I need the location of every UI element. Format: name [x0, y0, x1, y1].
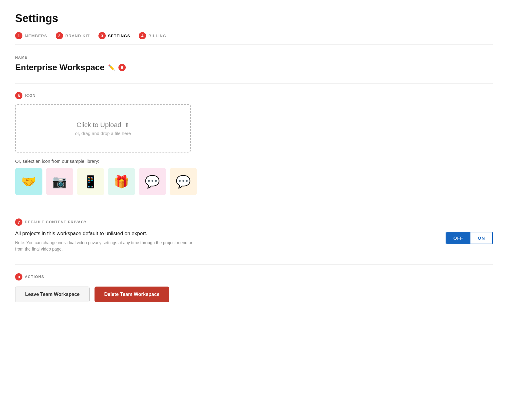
step-badge-7: 7 — [15, 218, 22, 226]
actions-section-header: 8 ACTIONS — [15, 273, 493, 281]
page-title: Settings — [15, 12, 493, 25]
icon-section-header: 6 ICON — [15, 92, 493, 99]
actions-buttons: Leave Team Workspace Delete Team Workspa… — [15, 287, 493, 302]
tab-label-members: MEMBERS — [25, 34, 47, 38]
divider-2 — [15, 210, 493, 210]
workspace-name: Enterprise Workspace — [15, 63, 105, 72]
leave-workspace-button[interactable]: Leave Team Workspace — [15, 287, 90, 302]
icon-tile-2[interactable]: 📷 — [46, 168, 73, 195]
tab-badge-members: 1 — [15, 32, 22, 39]
upload-main-text: Click to Upload ⬆ — [77, 121, 130, 129]
actions-section: 8 ACTIONS Leave Team Workspace Delete Te… — [15, 273, 493, 302]
privacy-text-block: All projects in this workspace default t… — [15, 231, 197, 252]
library-label: Or, select an icon from our sample libra… — [15, 159, 493, 164]
icon-tile-6[interactable]: 💬 — [170, 168, 197, 195]
tab-label-brand-kit: BRAND KIT — [65, 34, 90, 38]
privacy-main-text: All projects in this workspace default t… — [15, 231, 197, 237]
tab-settings[interactable]: 3 SETTINGS — [98, 32, 130, 39]
tab-billing[interactable]: 4 BILLING — [139, 32, 166, 39]
privacy-section: 7 DEFAULT CONTENT PRIVACY All projects i… — [15, 218, 493, 252]
divider-3 — [15, 264, 493, 265]
icon-tile-3[interactable]: 📱 — [77, 168, 104, 195]
tabs-nav: 1 MEMBERS 2 BRAND KIT 3 SETTINGS 4 BILLI… — [15, 32, 493, 44]
step-badge-8: 8 — [15, 273, 22, 281]
icon-library: 🤝 📷 📱 🎁 💬 💬 — [15, 168, 493, 195]
tab-label-billing: BILLING — [148, 34, 166, 38]
tab-members[interactable]: 1 MEMBERS — [15, 32, 47, 39]
upload-zone[interactable]: Click to Upload ⬆ or, drag and drop a fi… — [15, 104, 191, 153]
delete-workspace-button[interactable]: Delete Team Workspace — [95, 287, 169, 302]
icon-tile-5[interactable]: 💬 — [139, 168, 166, 195]
tab-label-settings: SETTINGS — [108, 34, 130, 38]
icon-section: 6 ICON Click to Upload ⬆ or, drag and dr… — [15, 92, 493, 195]
name-section: NAME Enterprise Workspace ✏️ 5 — [15, 55, 493, 72]
upload-sub-text: or, drag and drop a file here — [75, 131, 131, 136]
icon-section-label: ICON — [25, 94, 36, 98]
tab-badge-brand-kit: 2 — [56, 32, 63, 39]
name-label: NAME — [15, 55, 493, 60]
privacy-row: All projects in this workspace default t… — [15, 231, 493, 252]
privacy-note: Note: You can change individual video pr… — [15, 240, 197, 252]
tab-badge-billing: 4 — [139, 32, 146, 39]
edit-icon[interactable]: ✏️ — [108, 64, 115, 71]
icon-tile-4[interactable]: 🎁 — [108, 168, 135, 195]
toggle-on-button[interactable]: ON — [470, 232, 492, 244]
privacy-toggle-group: OFF ON — [446, 232, 493, 244]
step-badge-5: 5 — [118, 64, 126, 71]
tab-brand-kit[interactable]: 2 BRAND KIT — [56, 32, 90, 39]
privacy-section-label: DEFAULT CONTENT PRIVACY — [25, 220, 87, 224]
divider-1 — [15, 83, 493, 84]
actions-section-label: ACTIONS — [25, 275, 44, 279]
toggle-off-button[interactable]: OFF — [446, 232, 470, 244]
privacy-section-header: 7 DEFAULT CONTENT PRIVACY — [15, 218, 493, 226]
upload-arrow-icon: ⬆ — [124, 121, 129, 129]
step-badge-6: 6 — [15, 92, 22, 99]
tab-badge-settings: 3 — [98, 32, 106, 39]
icon-tile-1[interactable]: 🤝 — [15, 168, 42, 195]
workspace-name-row: Enterprise Workspace ✏️ 5 — [15, 63, 493, 72]
